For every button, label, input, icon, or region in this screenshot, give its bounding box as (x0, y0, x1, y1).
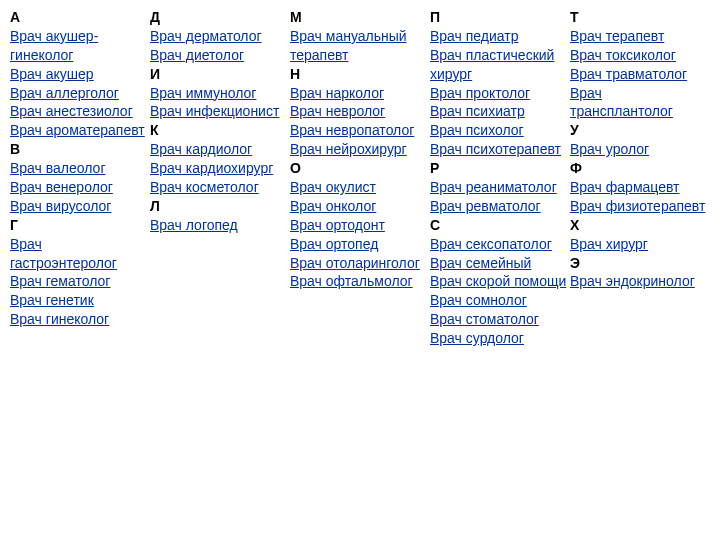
doctor-link[interactable]: Врач ортопед (290, 235, 428, 254)
letter-heading: Х (570, 216, 708, 235)
letter-heading: М (290, 8, 428, 27)
doctor-link[interactable]: Врач окулист (290, 178, 428, 197)
doctor-link[interactable]: Врач реаниматолог (430, 178, 568, 197)
letter-heading: О (290, 159, 428, 178)
doctor-link[interactable]: Врач гастроэнтеролог (10, 235, 148, 273)
doctor-link[interactable]: Врач вирусолог (10, 197, 148, 216)
doctor-link[interactable]: Врач дерматолог (150, 27, 288, 46)
doctor-link[interactable]: Врач ортодонт (290, 216, 428, 235)
doctor-link[interactable]: Врач педиатр (430, 27, 568, 46)
letter-heading: Э (570, 254, 708, 273)
column-4: ТВрач терапевтВрач токсикологВрач травма… (570, 8, 710, 348)
doctor-link[interactable]: Врач онколог (290, 197, 428, 216)
letter-heading: Т (570, 8, 708, 27)
doctor-link[interactable]: Врач инфекционист (150, 102, 288, 121)
doctor-link[interactable]: Врач отоларинголог (290, 254, 428, 273)
column-3: ПВрач педиатрВрач пластический хирургВра… (430, 8, 570, 348)
doctor-link[interactable]: Врач пластический хирург (430, 46, 568, 84)
doctor-link[interactable]: Врач кардиолог (150, 140, 288, 159)
doctor-link[interactable]: Врач психотерапевт (430, 140, 568, 159)
doctor-link[interactable]: Врач гематолог (10, 272, 148, 291)
doctor-link[interactable]: Врач ароматерапевт (10, 121, 148, 140)
doctor-link[interactable]: Врач хирург (570, 235, 708, 254)
letter-heading: С (430, 216, 568, 235)
doctor-link[interactable]: Врач семейный (430, 254, 568, 273)
column-2: МВрач мануальный терапевтНВрач наркологВ… (290, 8, 430, 348)
doctor-link[interactable]: Врач невропатолог (290, 121, 428, 140)
doctor-link[interactable]: Врач сурдолог (430, 329, 568, 348)
doctor-link[interactable]: Врач валеолог (10, 159, 148, 178)
doctor-link[interactable]: Врач офтальмолог (290, 272, 428, 291)
doctor-link[interactable]: Врач травматолог (570, 65, 708, 84)
letter-heading: Р (430, 159, 568, 178)
letter-heading: Г (10, 216, 148, 235)
doctor-link[interactable]: Врач терапевт (570, 27, 708, 46)
doctor-link[interactable]: Врач гинеколог (10, 310, 148, 329)
letter-heading: И (150, 65, 288, 84)
doctor-link[interactable]: Врач сексопатолог (430, 235, 568, 254)
doctor-link[interactable]: Врач проктолог (430, 84, 568, 103)
letter-heading: Д (150, 8, 288, 27)
doctor-link[interactable]: Врач логопед (150, 216, 288, 235)
doctor-link[interactable]: Врач мануальный терапевт (290, 27, 428, 65)
doctor-link[interactable]: Врач трансплантолог (570, 84, 708, 122)
doctor-link[interactable]: Врач анестезиолог (10, 102, 148, 121)
doctor-link[interactable]: Врач уролог (570, 140, 708, 159)
doctor-link[interactable]: Врач психиатр (430, 102, 568, 121)
doctor-link[interactable]: Врач венеролог (10, 178, 148, 197)
doctor-link[interactable]: Врач аллерголог (10, 84, 148, 103)
doctor-link[interactable]: Врач косметолог (150, 178, 288, 197)
letter-heading: Ф (570, 159, 708, 178)
doctor-link[interactable]: Врач иммунолог (150, 84, 288, 103)
doctor-link[interactable]: Врач стоматолог (430, 310, 568, 329)
doctor-link[interactable]: Врач невролог (290, 102, 428, 121)
letter-heading: Л (150, 197, 288, 216)
doctor-link[interactable]: Врач акушер (10, 65, 148, 84)
letter-heading: К (150, 121, 288, 140)
column-0: АВрач акушер-гинекологВрач акушерВрач ал… (10, 8, 150, 348)
doctor-link[interactable]: Врач нейрохирург (290, 140, 428, 159)
doctor-link[interactable]: Врач кардиохирург (150, 159, 288, 178)
doctor-link[interactable]: Врач генетик (10, 291, 148, 310)
letter-heading: П (430, 8, 568, 27)
letter-heading: Н (290, 65, 428, 84)
doctor-link[interactable]: Врач эндокринолог (570, 272, 708, 291)
letter-heading: А (10, 8, 148, 27)
doctor-link[interactable]: Врач диетолог (150, 46, 288, 65)
doctor-link[interactable]: Врач акушер-гинеколог (10, 27, 148, 65)
doctor-link[interactable]: Врач токсиколог (570, 46, 708, 65)
column-1: ДВрач дерматологВрач диетологИВрач иммун… (150, 8, 290, 348)
doctor-index-columns: АВрач акушер-гинекологВрач акушерВрач ал… (10, 8, 710, 348)
letter-heading: В (10, 140, 148, 159)
doctor-link[interactable]: Врач сомнолог (430, 291, 568, 310)
doctor-link[interactable]: Врач фармацевт (570, 178, 708, 197)
doctor-link[interactable]: Врач скорой помощи (430, 272, 568, 291)
doctor-link[interactable]: Врач психолог (430, 121, 568, 140)
doctor-link[interactable]: Врач физиотерапевт (570, 197, 708, 216)
doctor-link[interactable]: Врач ревматолог (430, 197, 568, 216)
doctor-link[interactable]: Врач нарколог (290, 84, 428, 103)
letter-heading: У (570, 121, 708, 140)
